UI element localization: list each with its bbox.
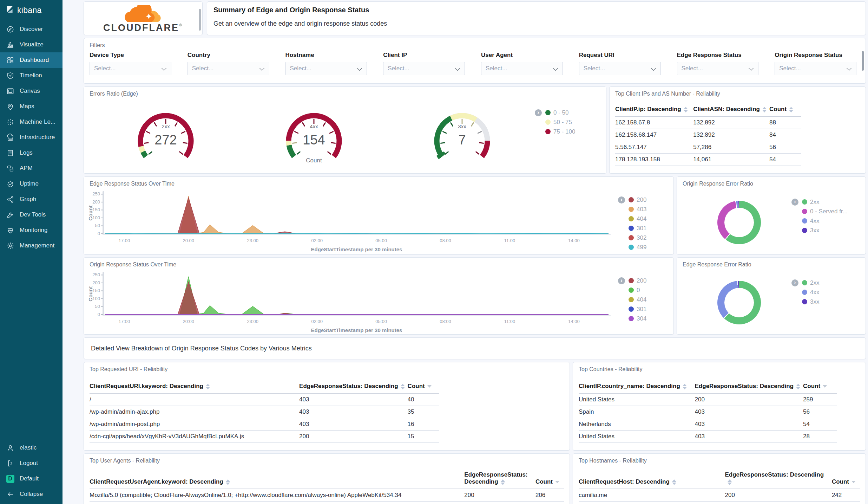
sidebar-footer-item[interactable]: Logout	[0, 455, 63, 471]
legend-item[interactable]: 403	[629, 205, 646, 214]
sidebar-nav-item[interactable]: APM	[0, 161, 63, 176]
nav-icon	[6, 195, 14, 203]
edge-time-panel: Edge Response Status Over Time 050100150…	[84, 176, 674, 254]
legend-item[interactable]: 0	[629, 285, 646, 295]
legend-item[interactable]: 302	[629, 233, 646, 243]
sidebar-nav-item[interactable]: Uptime	[0, 176, 63, 192]
column-header[interactable]: EdgeResponseStatus: Descending	[725, 469, 832, 489]
column-header[interactable]: Count	[769, 104, 801, 116]
sidebar-nav-item[interactable]: Dev Tools	[0, 207, 63, 222]
column-header[interactable]: Count	[803, 381, 837, 393]
sidebar-nav-item[interactable]: Logs	[0, 145, 63, 161]
legend-item[interactable]: 404	[629, 295, 646, 304]
table-row[interactable]: /cdn-cgi/apps/head/xVgyKhR-vV3dAUGhMqfBc…	[90, 431, 439, 443]
sidebar-nav-item[interactable]: Maps	[0, 99, 63, 114]
legend-color-dot	[802, 209, 807, 214]
sidebar-nav-item[interactable]: Dashboard	[0, 52, 63, 68]
origin-ratio-donut[interactable]	[717, 201, 761, 244]
sidebar-nav-item[interactable]: Canvas	[0, 83, 63, 99]
legend-item[interactable]: 50 - 75	[545, 117, 575, 127]
edge-time-chart[interactable]: 05010015020025017:0020:0023:0002:0005:00…	[88, 190, 612, 253]
legend-item[interactable]: 4xx	[802, 287, 819, 297]
legend-item[interactable]: 4xx	[802, 216, 848, 226]
filter-select[interactable]: Select...	[90, 62, 171, 75]
table-row[interactable]: /40340	[90, 393, 439, 406]
filter-select[interactable]: Select...	[481, 62, 563, 75]
legend-item[interactable]: 2xx	[802, 278, 819, 287]
column-header[interactable]: EdgeResponseStatus: Descending	[299, 381, 408, 393]
table-row[interactable]: United States200259	[579, 393, 837, 406]
column-header[interactable]: ClientIP.country_name: Descending	[579, 381, 695, 393]
kibana-brand[interactable]: kibana	[0, 0, 63, 21]
table-row[interactable]: /wp-admin/admin-ajax.php40335	[90, 406, 439, 418]
sidebar-nav-item[interactable]: Visualize	[0, 37, 63, 52]
legend-item[interactable]: 200	[629, 276, 646, 285]
sidebar-footer-item[interactable]: D Default	[0, 471, 63, 486]
chevron-right-icon[interactable]: ›	[791, 279, 798, 286]
filter-select[interactable]: Select...	[285, 62, 367, 75]
legend-item[interactable]: 404	[629, 214, 646, 224]
column-header[interactable]: EdgeResponseStatus: Descending	[695, 381, 803, 393]
gauge-2xx[interactable]: 2xx 272	[134, 109, 197, 168]
column-header[interactable]: EdgeResponseStatus: Descending	[464, 469, 535, 489]
legend-item[interactable]: 3xx	[802, 297, 819, 306]
filter-select[interactable]: Select...	[775, 62, 856, 75]
table-row[interactable]: /wp-admin/admin-post.php40316	[90, 418, 439, 431]
scrollbar[interactable]	[862, 51, 864, 71]
column-header[interactable]: ClientASN: Descending	[693, 104, 769, 116]
table-row[interactable]: Netherlands40354	[579, 418, 837, 431]
table-row[interactable]: 5.56.57.14757,28656	[615, 141, 801, 154]
legend-item[interactable]: 301	[629, 304, 646, 314]
chevron-right-icon[interactable]: ›	[535, 109, 542, 116]
table-row[interactable]: camilia.me200242	[579, 489, 860, 502]
legend-item[interactable]: 0 - Served fr...	[802, 207, 848, 216]
column-header[interactable]: ClientRequestHost: Descending	[579, 469, 725, 489]
origin-time-chart[interactable]: 05010015020025017:0020:0023:0002:0005:00…	[88, 271, 612, 334]
legend-color-dot	[629, 316, 634, 321]
table-row[interactable]: Mozilla/5.0 (compatible; CloudFlare-Alwa…	[90, 489, 564, 502]
table-row[interactable]: 162.158.68.147132,89284	[615, 129, 801, 141]
scrollbar[interactable]	[199, 9, 201, 31]
legend-item[interactable]: 200	[629, 195, 646, 205]
chevron-right-icon[interactable]: ›	[618, 196, 625, 203]
filter-select[interactable]: Select...	[383, 62, 465, 75]
nav-label: Dashboard	[20, 57, 49, 64]
chevron-right-icon[interactable]: ›	[618, 277, 625, 284]
legend-item[interactable]: 304	[629, 314, 646, 323]
chevron-right-icon[interactable]: ›	[791, 199, 798, 206]
nav-icon	[6, 149, 14, 157]
gauge-label: 4xx	[282, 123, 346, 129]
legend-item[interactable]: 2xx	[802, 197, 848, 207]
sidebar-nav-item[interactable]: Machine Le...	[0, 114, 63, 130]
column-header[interactable]: Count	[408, 381, 439, 393]
column-header[interactable]: ClientRequestURI.keyword: Descending	[90, 381, 299, 393]
legend-item[interactable]: 499	[629, 243, 646, 252]
column-header[interactable]: ClientIP.ip: Descending	[615, 104, 693, 116]
table-row[interactable]: 178.128.193.15814,06154	[615, 154, 801, 166]
legend-item[interactable]: 75 - 100	[545, 127, 575, 136]
table-row[interactable]: United States40328	[579, 431, 837, 443]
sidebar-nav-item[interactable]: Timelion	[0, 68, 63, 83]
filter-select[interactable]: Select...	[188, 62, 269, 75]
sidebar-footer-item[interactable]: elastic	[0, 440, 63, 455]
sidebar-nav-item[interactable]: Discover	[0, 21, 63, 37]
gauge-3xx[interactable]: 3xx 7	[430, 109, 494, 168]
legend-label: 75 - 100	[553, 128, 575, 135]
edge-time-legend: 200 403 404 301 302 499	[629, 195, 646, 252]
column-header[interactable]: ClientRequestUserAgent.keyword: Descendi…	[90, 469, 464, 489]
legend-item[interactable]: 301	[629, 224, 646, 233]
legend-item[interactable]: 0 - 50	[545, 108, 575, 117]
sidebar-nav-item[interactable]: Graph	[0, 192, 63, 207]
sidebar-nav-item[interactable]: Monitoring	[0, 222, 63, 238]
sidebar-nav-item[interactable]: Infrastructure	[0, 130, 63, 145]
sidebar-nav-item[interactable]: Management	[0, 238, 63, 253]
column-header[interactable]: Count	[535, 469, 564, 489]
sidebar-footer-item[interactable]: Collapse	[0, 486, 63, 502]
filter-select[interactable]: Select...	[677, 62, 759, 75]
legend-item[interactable]: 3xx	[802, 226, 848, 235]
column-header[interactable]: Count	[832, 469, 860, 489]
table-row[interactable]: Spain40356	[579, 406, 837, 418]
filter-select[interactable]: Select...	[579, 62, 661, 75]
table-row[interactable]: 162.158.67.8132,89288	[615, 116, 801, 129]
edge-ratio-donut[interactable]	[717, 281, 761, 324]
